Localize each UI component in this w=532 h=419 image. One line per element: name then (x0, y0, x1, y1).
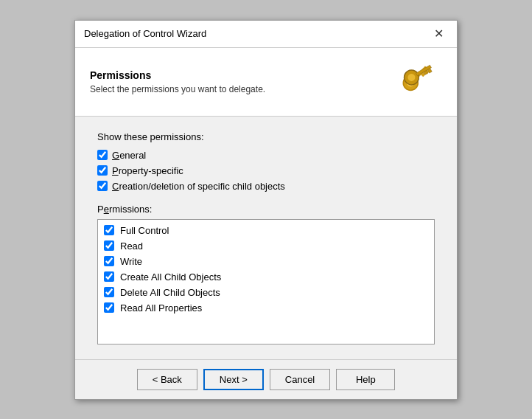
back-button[interactable]: < Back (137, 369, 197, 390)
perm-full-label: Full Control (120, 225, 169, 236)
dialog-title: Delegation of Control Wizard (84, 28, 206, 39)
checkbox-property-label: Property-specific (112, 165, 183, 176)
perm-read-label: Read (120, 240, 143, 252)
perm-write-label: Write (120, 256, 142, 267)
perm-delete-label: Delete All Child Objects (120, 287, 220, 298)
list-item[interactable]: Read All Properties (98, 300, 434, 316)
list-item[interactable]: Delete All Child Objects (98, 285, 434, 300)
checkbox-general[interactable]: General (97, 150, 435, 161)
perm-delete-checkbox[interactable] (104, 287, 114, 297)
checkbox-general-input[interactable] (97, 150, 108, 160)
checkbox-creation-label: Creation/deletion of specific child obje… (112, 181, 285, 192)
checkbox-property-input[interactable] (97, 165, 108, 176)
perm-readprop-label: Read All Properties (120, 302, 202, 314)
show-permissions-label: Show these permissions: (97, 131, 435, 142)
header-subtitle: Select the permissions you want to deleg… (90, 84, 265, 94)
list-item[interactable]: Full Control (98, 223, 434, 238)
keys-icon (398, 60, 442, 104)
perm-create-checkbox[interactable] (104, 271, 114, 282)
header-heading: Permissions (90, 69, 265, 81)
content-area: Show these permissions: General Property… (75, 117, 457, 359)
permissions-listbox[interactable]: Full Control Read Write Create All Child… (97, 219, 435, 344)
perm-read-checkbox[interactable] (104, 240, 114, 251)
permissions-section-label: Permissions: (97, 204, 435, 215)
title-bar: Delegation of Control Wizard ✕ (75, 21, 457, 48)
header-section: Permissions Select the permissions you w… (75, 48, 457, 117)
close-button[interactable]: ✕ (430, 27, 448, 41)
cancel-button[interactable]: Cancel (270, 369, 330, 390)
checkbox-creation-input[interactable] (97, 181, 108, 191)
perm-full-checkbox[interactable] (104, 225, 114, 235)
perm-readprop-checkbox[interactable] (104, 302, 114, 313)
checkbox-creation[interactable]: Creation/deletion of specific child obje… (97, 181, 435, 192)
list-item[interactable]: Read (98, 238, 434, 254)
dialog-window: Delegation of Control Wizard ✕ Permissio… (74, 20, 458, 400)
header-text: Permissions Select the permissions you w… (90, 69, 265, 94)
perm-write-checkbox[interactable] (104, 256, 114, 266)
footer: < Back Next > Cancel Help (75, 359, 457, 399)
list-item[interactable]: Write (98, 254, 434, 269)
perm-create-label: Create All Child Objects (120, 271, 221, 283)
help-button[interactable]: Help (336, 369, 395, 390)
checkbox-general-label: General (112, 150, 146, 161)
checkbox-property[interactable]: Property-specific (97, 165, 435, 176)
list-item[interactable]: Create All Child Objects (98, 269, 434, 285)
show-permissions-checkboxes: General Property-specific Creation/delet… (97, 150, 435, 192)
next-button[interactable]: Next > (203, 369, 264, 390)
